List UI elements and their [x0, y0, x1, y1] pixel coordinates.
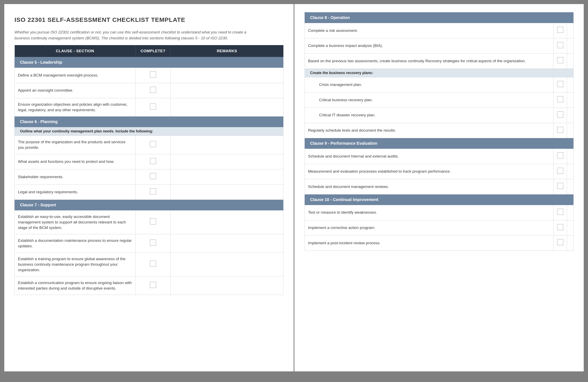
remarks-cell[interactable] — [567, 53, 573, 69]
sub-header: Outline what your continuity management … — [15, 127, 283, 136]
clause-text: Stakeholder requirements. — [15, 169, 136, 185]
remarks-cell[interactable] — [170, 136, 283, 154]
table-row: Schedule and document Internal and exter… — [305, 149, 573, 164]
complete-cell — [135, 210, 170, 234]
checkbox[interactable] — [557, 111, 563, 118]
checkbox[interactable] — [150, 104, 156, 109]
remarks-cell[interactable] — [567, 123, 573, 138]
table-row: Based on the previous two assessments, c… — [305, 53, 573, 69]
section-header: Clause 7 - Support — [15, 200, 283, 210]
checkbox[interactable] — [150, 87, 156, 93]
clause-text: Establish a communication program to ens… — [15, 276, 136, 295]
section-label: Clause 5 - Leadership — [15, 57, 283, 68]
clause-text: Implement a post-incident review process… — [305, 235, 553, 251]
checkbox[interactable] — [557, 209, 563, 215]
remarks-cell[interactable] — [170, 185, 283, 200]
page-right: Clause 8 - OperationComplete a risk asse… — [294, 4, 584, 371]
clause-text: Based on the previous two assessments, c… — [305, 53, 553, 69]
clause-text: Critical IT disaster recovery plan. — [305, 107, 553, 123]
checkbox[interactable] — [150, 240, 156, 246]
remarks-cell[interactable] — [170, 83, 283, 98]
remarks-cell[interactable] — [567, 179, 573, 194]
checkbox[interactable] — [557, 96, 563, 102]
checkbox[interactable] — [150, 141, 156, 147]
checkbox[interactable] — [557, 224, 563, 230]
table-row: Measurement and evaluation processes est… — [305, 164, 573, 179]
table-row: Complete a risk assessment. — [305, 23, 573, 38]
header-complete: COMPLETE? — [135, 45, 170, 57]
remarks-cell[interactable] — [567, 164, 573, 179]
table-row: The purpose of the organization and the … — [15, 136, 283, 154]
table-row: Stakeholder requirements. — [15, 169, 283, 185]
checkbox[interactable] — [150, 158, 156, 164]
checkbox[interactable] — [557, 81, 563, 87]
remarks-cell[interactable] — [567, 205, 573, 220]
sub-label: Outline what your continuity management … — [15, 127, 283, 136]
remarks-cell[interactable] — [567, 107, 573, 123]
complete-cell — [553, 164, 567, 179]
page-title: ISO 22301 SELF-ASSESSMENT CHECKLIST TEMP… — [15, 16, 283, 23]
section-label: Clause 8 - Operation — [305, 12, 573, 23]
remarks-cell[interactable] — [567, 77, 573, 92]
clause-text: Establish an easy-to-use, easily accessi… — [15, 210, 136, 234]
checkbox[interactable] — [150, 188, 156, 194]
checklist-table-right: Clause 8 - OperationComplete a risk asse… — [305, 12, 573, 251]
clause-text: Legal and regulatory requirements. — [15, 185, 136, 200]
remarks-cell[interactable] — [567, 220, 573, 235]
page-left: ISO 22301 SELF-ASSESSMENT CHECKLIST TEMP… — [4, 4, 294, 371]
checkbox[interactable] — [557, 42, 563, 48]
clause-text: Test or measure to identify weaknesses. — [305, 205, 553, 220]
remarks-cell[interactable] — [567, 23, 573, 38]
table-row: Test or measure to identify weaknesses. — [305, 205, 573, 220]
checkbox[interactable] — [150, 173, 156, 179]
section-label: Clause 7 - Support — [15, 200, 283, 210]
remarks-cell[interactable] — [170, 98, 283, 117]
remarks-cell[interactable] — [567, 38, 573, 53]
remarks-cell[interactable] — [567, 149, 573, 164]
remarks-cell[interactable] — [170, 154, 283, 169]
complete-cell — [553, 77, 567, 92]
checkbox[interactable] — [557, 168, 563, 174]
checkbox[interactable] — [150, 282, 156, 288]
table-row: Implement a corrective action program. — [305, 220, 573, 235]
table-row: Establish a training program to ensure g… — [15, 253, 283, 276]
remarks-cell[interactable] — [567, 92, 573, 108]
sub-label: Create the business recovery plans: — [305, 68, 573, 77]
complete-cell — [553, 53, 567, 69]
remarks-cell[interactable] — [170, 253, 283, 276]
clause-text: Complete a risk assessment. — [305, 23, 553, 38]
complete-cell — [135, 154, 170, 169]
checkbox[interactable] — [557, 239, 563, 245]
table-row: Define a BCM management oversight proces… — [15, 68, 283, 83]
table-row: What assets and functions you need to pr… — [15, 154, 283, 169]
checkbox[interactable] — [557, 152, 563, 159]
document-spread: ISO 22301 SELF-ASSESSMENT CHECKLIST TEMP… — [4, 4, 584, 371]
complete-cell — [135, 83, 170, 98]
remarks-cell[interactable] — [567, 235, 573, 251]
checkbox[interactable] — [557, 27, 563, 33]
complete-cell — [135, 253, 170, 276]
remarks-cell[interactable] — [170, 68, 283, 83]
clause-text: Measurement and evaluation processes est… — [305, 164, 553, 179]
checkbox[interactable] — [150, 261, 156, 267]
section-label: Clause 9 - Performance Evaluation — [305, 138, 573, 149]
table-row: Regularly schedule tests and document th… — [305, 123, 573, 138]
checkbox[interactable] — [557, 183, 563, 189]
section-label: Clause 6 - Planning — [15, 117, 283, 127]
checkbox[interactable] — [150, 71, 156, 78]
intro-text: Whether you pursue ISO 22301 certificati… — [15, 29, 259, 41]
checkbox[interactable] — [557, 127, 563, 133]
remarks-cell[interactable] — [170, 210, 283, 234]
checkbox[interactable] — [150, 218, 156, 224]
complete-cell — [553, 220, 567, 235]
table-row: Schedule and document management reviews… — [305, 179, 573, 194]
remarks-cell[interactable] — [170, 276, 283, 295]
complete-cell — [553, 149, 567, 164]
complete-cell — [553, 235, 567, 251]
remarks-cell[interactable] — [170, 169, 283, 185]
complete-cell — [553, 92, 567, 108]
remarks-cell[interactable] — [170, 234, 283, 253]
table-row: Establish an easy-to-use, easily accessi… — [15, 210, 283, 234]
checkbox[interactable] — [557, 57, 563, 63]
table-row: Legal and regulatory requirements. — [15, 185, 283, 200]
